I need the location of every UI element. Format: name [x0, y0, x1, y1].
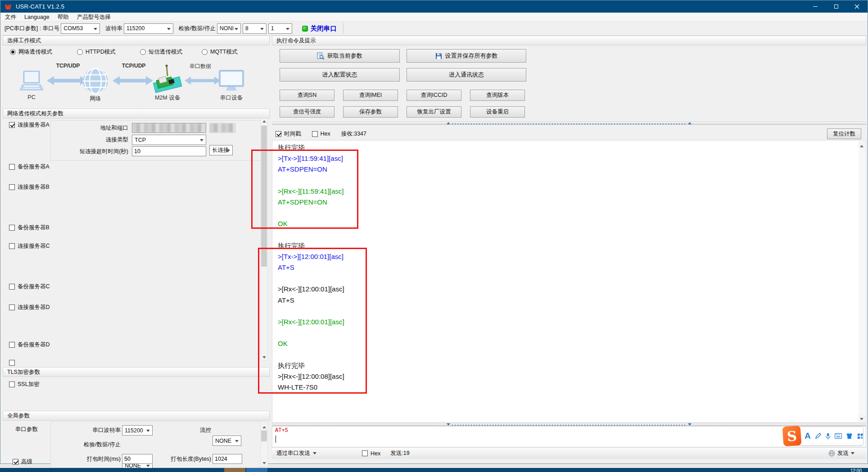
pack-len-input[interactable]: [212, 454, 242, 464]
link-label-serial-data: 串口数据: [183, 63, 218, 70]
ime-language-icon[interactable]: [805, 431, 811, 441]
send-splitter[interactable]: [272, 423, 866, 426]
serial-device-icon: [219, 70, 244, 92]
ime-menu-grid-icon[interactable]: [857, 433, 863, 440]
conn-type-select[interactable]: TCP: [132, 135, 206, 145]
save-params-button[interactable]: 保存参数: [343, 106, 398, 118]
pc-icon: [18, 71, 45, 92]
log-line: [278, 208, 857, 218]
mode-httpd[interactable]: HTTPD模式: [77, 48, 116, 56]
toolbar-separator: [343, 23, 344, 34]
query-sn-button[interactable]: 查询SN: [280, 90, 335, 101]
scroll-down-icon[interactable]: [261, 353, 267, 360]
device-restart-button[interactable]: 设备重启: [470, 106, 525, 118]
scroll-down-icon[interactable]: [859, 415, 865, 422]
backup-server-d-row[interactable]: 备份服务器D: [9, 341, 50, 349]
baud-select[interactable]: 115200: [124, 23, 173, 34]
commands-header: 执行命令及提示: [272, 36, 866, 45]
log-line: 执行完毕: [278, 360, 857, 371]
get-params-button[interactable]: 获取当前参数: [280, 49, 400, 63]
log-line: >[Tx->][11:59:41][asc]: [278, 153, 857, 164]
minimize-button[interactable]: [805, 0, 826, 13]
server-c-row[interactable]: 连接服务器C: [9, 242, 50, 250]
hex-send-checkbox[interactable]: [362, 450, 368, 456]
taskbar-app-icon[interactable]: [246, 468, 267, 472]
backup-server-b-row[interactable]: 备份服务器B: [9, 224, 50, 231]
maximize-button[interactable]: [826, 0, 846, 13]
reset-count-button[interactable]: 复位计数: [827, 128, 861, 139]
mode-net-transparent[interactable]: 网络透传模式: [10, 48, 52, 56]
log-scrollbar[interactable]: [859, 141, 865, 422]
close-port-button[interactable]: 关闭串口: [311, 24, 337, 33]
query-iccid-button[interactable]: 查询ICCID: [407, 90, 461, 101]
log-line: [278, 349, 857, 360]
enter-config-button[interactable]: 进入配置状态: [280, 68, 400, 82]
ime-skin-icon[interactable]: [846, 432, 853, 440]
send-via-serial-dropdown[interactable]: 通过串口发送: [276, 449, 310, 457]
set-save-params-button[interactable]: 设置并保存所有参数: [407, 49, 526, 63]
global-scrollbar[interactable]: [260, 422, 268, 467]
factory-reset-button[interactable]: 恢复出厂设置: [407, 106, 461, 118]
log-area[interactable]: 执行完毕 >[Tx->][11:59:41][asc] AT+SDPEN=ON …: [272, 140, 866, 423]
server-b-row[interactable]: 连接服务器B: [9, 183, 50, 191]
taskbar[interactable]: 12:00: [0, 468, 868, 472]
send-button[interactable]: 发送: [828, 448, 854, 458]
log-line: [278, 273, 857, 284]
log-splitter[interactable]: [272, 122, 866, 125]
query-signal-button[interactable]: 查信号强度: [280, 106, 335, 118]
scroll-up-icon[interactable]: [261, 422, 267, 429]
short-conn-timeout-label: 短连接超时时间(秒): [51, 146, 128, 156]
log-line: >[Rx<-][12:00:08][asc]: [278, 371, 857, 382]
menu-language[interactable]: Language: [20, 13, 54, 22]
enter-comm-button[interactable]: 进入通讯状态: [407, 68, 526, 82]
keepalive-select[interactable]: 长连接: [209, 145, 233, 155]
scrollbar-thumb[interactable]: [261, 431, 267, 441]
splitter-handle-icon: [447, 122, 450, 124]
splitter-dots: [452, 123, 686, 124]
send-options-row: 通过串口发送 Hex 发送:19: [272, 447, 866, 459]
net-params-header: 网络透传模式相关参数: [3, 109, 270, 118]
parity-select[interactable]: NONI: [217, 23, 241, 34]
pack-time-label: 打包时间(ms): [51, 454, 121, 464]
query-imei-button[interactable]: 查询IMEI: [343, 90, 398, 101]
tls-header: TLS加密参数: [3, 367, 270, 377]
log-line: 执行完毕: [278, 241, 857, 251]
menu-help[interactable]: 帮助: [54, 13, 73, 22]
taskbar-app-icon[interactable]: [224, 468, 245, 472]
net-params-scrollbar[interactable]: [260, 116, 268, 361]
menu-product-model[interactable]: 产品型号选择: [73, 13, 115, 22]
com-port-select[interactable]: COM53: [61, 23, 100, 34]
databits-select[interactable]: 8: [243, 23, 267, 34]
ime-mic-icon[interactable]: [825, 432, 831, 440]
stopbits-select[interactable]: 1: [268, 23, 292, 34]
menu-file[interactable]: 文件: [1, 13, 20, 22]
network-globe-icon: [81, 68, 110, 94]
hex-send-label: Hex: [371, 450, 380, 457]
scrollbar-thumb[interactable]: [261, 126, 267, 267]
ssl-checkbox-row[interactable]: SSL加密: [9, 381, 40, 388]
mode-sms-transparent[interactable]: 短信透传模式: [140, 48, 182, 56]
backup-server-a-row[interactable]: 备份服务器A: [9, 163, 50, 171]
advanced-checkbox-row[interactable]: 高级: [13, 458, 32, 466]
close-button[interactable]: [846, 0, 867, 13]
send-input-area[interactable]: AT+S: [272, 426, 866, 447]
work-mode-header: 选择工作模式: [3, 36, 270, 45]
log-line: [278, 327, 857, 338]
mode-mqtt[interactable]: MQTT模式: [202, 48, 237, 56]
server-a-checkbox-row[interactable]: 连接服务器A: [9, 121, 50, 129]
query-version-button[interactable]: 查询版本: [470, 90, 525, 101]
short-conn-timeout-input[interactable]: [132, 146, 206, 156]
timestamp-checkbox[interactable]: [276, 131, 281, 137]
ime-keyboard-icon[interactable]: [835, 433, 842, 439]
ime-pen-icon[interactable]: [815, 432, 821, 440]
scroll-down-icon[interactable]: [261, 459, 267, 466]
sogou-logo-icon[interactable]: [782, 426, 802, 447]
clipped-server-row[interactable]: [9, 360, 15, 366]
hex-recv-checkbox[interactable]: [312, 131, 318, 137]
server-address-field[interactable]: [132, 123, 206, 133]
server-d-row[interactable]: 连接服务器D: [9, 304, 50, 311]
scroll-up-icon[interactable]: [859, 141, 865, 148]
server-port-field[interactable]: [209, 123, 235, 133]
flow-control-select[interactable]: NONE: [212, 436, 241, 446]
backup-server-c-row[interactable]: 备份服务器C: [9, 283, 50, 290]
